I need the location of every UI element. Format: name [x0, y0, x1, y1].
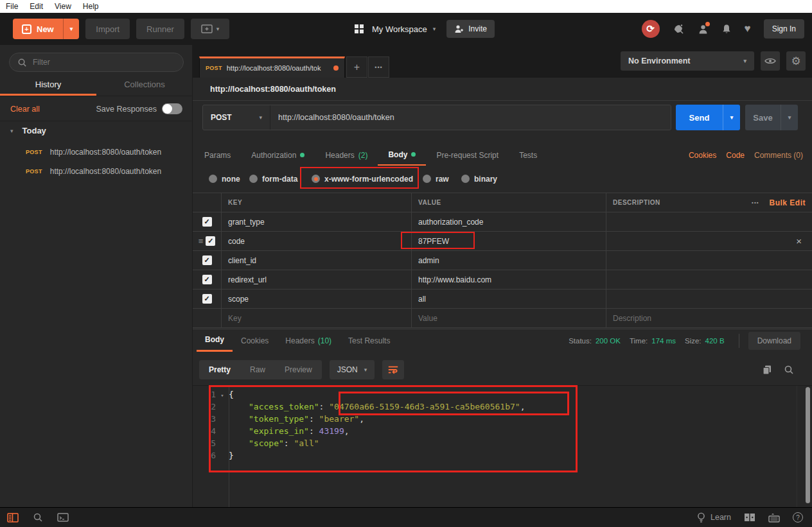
description-cell[interactable]: ×: [606, 232, 812, 250]
tab-options-button[interactable]: •••: [368, 56, 389, 78]
description-cell[interactable]: [606, 251, 812, 270]
keyboard-shortcuts-icon[interactable]: [768, 513, 780, 523]
drag-handle-icon[interactable]: ≡: [199, 236, 204, 246]
row-checkbox[interactable]: ✓: [202, 217, 212, 227]
key-cell[interactable]: Key: [222, 309, 412, 327]
description-cell[interactable]: [606, 270, 812, 289]
sync-status-icon[interactable]: ⟳: [642, 20, 660, 38]
environment-quicklook-button[interactable]: [761, 51, 780, 71]
value-cell[interactable]: all: [412, 289, 606, 308]
request-tab[interactable]: POST http://localhost:8080/oauth/tok: [199, 56, 345, 78]
search-icon[interactable]: [33, 512, 43, 523]
tab-collections[interactable]: Collections: [96, 76, 193, 96]
tab-prerequest-script[interactable]: Pre-request Script: [426, 144, 509, 166]
filter-search[interactable]: [9, 53, 184, 72]
tab-params[interactable]: Params: [194, 144, 241, 166]
value-cell[interactable]: admin: [412, 251, 606, 270]
save-responses-toggle[interactable]: [162, 103, 182, 114]
help-icon[interactable]: ?: [793, 512, 803, 523]
menu-view[interactable]: View: [49, 2, 77, 11]
response-tab-headers[interactable]: Headers(10): [277, 329, 340, 352]
key-cell[interactable]: grant_type: [222, 212, 412, 231]
value-cell[interactable]: http://www.baidu.com: [412, 270, 606, 289]
environment-select[interactable]: No Environment ▾: [621, 51, 754, 71]
response-tab-cookies[interactable]: Cookies: [233, 329, 277, 352]
row-checkbox[interactable]: ✓: [202, 294, 212, 304]
history-item[interactable]: POST http://localhost:8080/oauth/token: [26, 143, 186, 162]
response-tab-test-results[interactable]: Test Results: [340, 329, 398, 352]
tab-history[interactable]: History: [0, 76, 96, 96]
code-link[interactable]: Code: [726, 151, 745, 160]
body-type-none[interactable]: none: [209, 168, 240, 189]
scrollbar-thumb[interactable]: [806, 387, 810, 503]
description-cell[interactable]: [606, 212, 812, 231]
console-icon[interactable]: [57, 513, 69, 522]
tab-body[interactable]: Body: [378, 144, 426, 166]
new-tab-button[interactable]: +: [346, 56, 367, 78]
key-cell[interactable]: code: [222, 232, 412, 250]
history-item[interactable]: POST http://localhost:8080/oauth/token: [26, 162, 186, 181]
download-button[interactable]: Download: [748, 332, 800, 350]
new-dropdown-button[interactable]: ▾: [63, 19, 80, 39]
cookies-link[interactable]: Cookies: [689, 151, 716, 160]
key-cell[interactable]: scope: [222, 289, 412, 308]
new-window-button[interactable]: ▾: [191, 19, 230, 39]
wrap-lines-button[interactable]: [382, 360, 404, 379]
workspace-name[interactable]: My Workspace: [372, 24, 427, 34]
save-button[interactable]: Save ▾: [745, 105, 798, 130]
send-button[interactable]: Send ▾: [676, 105, 740, 130]
two-pane-view-icon[interactable]: [744, 513, 755, 522]
user-notifications-icon[interactable]: [698, 24, 709, 35]
import-button[interactable]: Import: [85, 19, 130, 39]
view-raw[interactable]: Raw: [240, 360, 275, 379]
value-cell[interactable]: 87PFEW: [412, 232, 606, 250]
response-tab-body[interactable]: Body: [197, 329, 233, 352]
comments-link[interactable]: Comments (0): [754, 151, 803, 160]
key-cell[interactable]: client_id: [222, 251, 412, 270]
runner-button[interactable]: Runner: [136, 19, 184, 39]
format-select[interactable]: JSON ▾: [330, 360, 375, 379]
bulk-edit-link[interactable]: Bulk Edit: [769, 198, 806, 207]
new-button[interactable]: + New ▾: [13, 19, 79, 39]
description-cell[interactable]: [606, 289, 812, 308]
url-input[interactable]: [270, 105, 671, 130]
settings-button[interactable]: ⚙: [786, 51, 806, 71]
response-body-editor[interactable]: 1▾{ 2"access_token": "04760a66-5159-46d3…: [193, 385, 812, 507]
sidebar-toggle-icon[interactable]: [7, 513, 19, 523]
bell-icon[interactable]: [721, 24, 732, 35]
menu-edit[interactable]: Edit: [24, 2, 49, 11]
satellite-icon[interactable]: [673, 23, 685, 35]
menu-file[interactable]: File: [0, 2, 24, 11]
copy-icon[interactable]: [762, 365, 772, 375]
table-options-icon[interactable]: •••: [752, 200, 759, 205]
filter-input[interactable]: [33, 58, 161, 67]
delete-row-icon[interactable]: ×: [796, 236, 806, 246]
body-type-form-data[interactable]: form-data: [249, 168, 297, 189]
body-type-raw[interactable]: raw: [423, 168, 449, 189]
value-cell[interactable]: authorization_code: [412, 212, 606, 231]
value-cell[interactable]: Value: [412, 309, 606, 327]
send-dropdown-button[interactable]: ▾: [723, 105, 740, 130]
menu-help[interactable]: Help: [77, 2, 105, 11]
tab-tests[interactable]: Tests: [509, 144, 547, 166]
view-preview[interactable]: Preview: [275, 360, 322, 379]
sign-in-button[interactable]: Sign In: [764, 19, 804, 39]
search-response-icon[interactable]: [784, 365, 794, 375]
row-checkbox[interactable]: ✓: [206, 236, 215, 246]
tab-authorization[interactable]: Authorization: [241, 144, 315, 166]
method-select[interactable]: POST ▾: [203, 105, 270, 130]
learn-link[interactable]: Learn: [697, 512, 731, 523]
body-type-urlencoded[interactable]: x-www-form-urlencoded: [312, 168, 413, 189]
row-checkbox[interactable]: ✓: [202, 255, 212, 265]
key-cell[interactable]: redirext_url: [222, 270, 412, 289]
body-type-binary[interactable]: binary: [461, 168, 497, 189]
clear-all-link[interactable]: Clear all: [10, 105, 40, 114]
tab-headers[interactable]: Headers(2): [315, 144, 378, 166]
description-cell[interactable]: Description: [606, 309, 812, 327]
invite-button[interactable]: Invite: [446, 20, 495, 38]
save-dropdown-button[interactable]: ▾: [781, 105, 798, 130]
view-pretty[interactable]: Pretty: [199, 360, 240, 379]
row-checkbox[interactable]: ✓: [202, 275, 212, 284]
chevron-down-icon[interactable]: ▾: [433, 26, 436, 32]
heart-icon[interactable]: ♥: [745, 22, 751, 35]
